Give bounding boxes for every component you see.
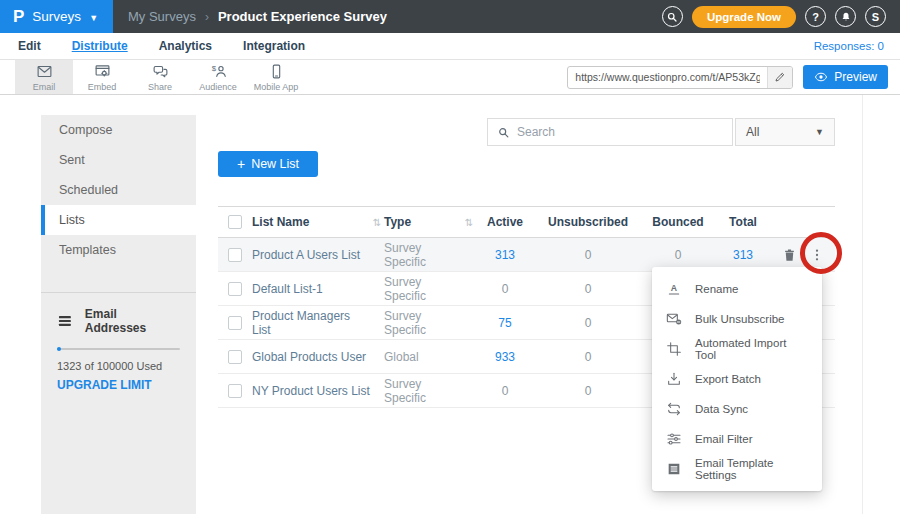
list-name-cell: Product Managers List — [252, 309, 370, 337]
tab-integration[interactable]: Integration — [243, 39, 305, 53]
active-count-cell: 0 — [476, 282, 534, 296]
row-checkbox-cell — [218, 248, 252, 262]
notifications-button[interactable] — [835, 6, 856, 27]
sidebar-item-compose[interactable]: Compose — [41, 115, 196, 145]
row-checkbox-cell — [218, 384, 252, 398]
list-filter-dropdown[interactable]: All ▼ — [735, 118, 835, 146]
list-name-link[interactable]: Default List-1 — [252, 282, 323, 296]
survey-url-input[interactable] — [568, 71, 767, 83]
product-switcher[interactable]: P Surveys ▼ — [0, 0, 113, 33]
usage-text: 1323 of 100000 Used — [57, 360, 180, 372]
list-name-cell: Default List-1 — [252, 282, 370, 296]
sort-icon[interactable]: ⇅ — [370, 217, 384, 228]
new-list-button[interactable]: + New List — [218, 151, 318, 177]
select-all-checkbox[interactable] — [228, 215, 242, 229]
menu-item-data-sync[interactable]: Data Sync — [652, 394, 822, 424]
row-checkbox[interactable] — [228, 248, 242, 262]
user-avatar[interactable]: S — [865, 6, 886, 27]
table-header-row: List Name⇅Type⇅ActiveUnsubscribedBounced… — [218, 207, 835, 238]
menu-item-bulk-unsubscribe[interactable]: Bulk Unsubscribe — [652, 304, 822, 334]
tab-analytics[interactable]: Analytics — [159, 39, 212, 53]
unsubscribed-count-cell: 0 — [534, 316, 642, 330]
row-checkbox[interactable] — [228, 282, 242, 296]
survey-tabs: EditDistributeAnalyticsIntegration — [18, 39, 305, 53]
list-type-cell: Survey Specific — [384, 377, 462, 405]
top-header-bar: P Surveys ▼ My Surveys › Product Experie… — [0, 0, 900, 33]
sort-icon[interactable]: ⇅ — [462, 217, 476, 228]
unsubscribed-count-cell: 0 — [534, 350, 642, 364]
upgrade-limit-link[interactable]: UPGRADE LIMIT — [57, 378, 180, 392]
row-checkbox-cell — [218, 282, 252, 296]
embed-icon — [94, 63, 111, 80]
search-button[interactable] — [662, 6, 683, 27]
help-button[interactable]: ? — [805, 6, 826, 27]
edit-url-button[interactable] — [767, 67, 792, 88]
channel-label: Share — [148, 82, 172, 92]
row-checkbox-cell — [218, 316, 252, 330]
list-name-cell: NY Product Users List — [252, 384, 370, 398]
menu-item-label: Email Template Settings — [695, 457, 808, 481]
sidebar-item-scheduled[interactable]: Scheduled — [41, 175, 196, 205]
sidebar-nav: ComposeSentScheduledListsTemplates — [41, 115, 196, 265]
menu-item-automated-import-tool[interactable]: Automated Import Tool — [652, 334, 822, 364]
column-header-list-name: List Name — [252, 215, 370, 229]
upgrade-now-button[interactable]: Upgrade Now — [692, 6, 796, 28]
active-count-cell: 0 — [476, 384, 534, 398]
list-name-link[interactable]: Global Products User — [252, 350, 366, 364]
row-actions-menu: ARenameBulk UnsubscribeAutomated Import … — [652, 267, 822, 491]
unsubscribed-count: 0 — [585, 384, 592, 398]
unsubscribed-count: 0 — [585, 248, 592, 262]
sidebar-item-sent[interactable]: Sent — [41, 145, 196, 175]
email-sidebar: ComposeSentScheduledListsTemplates Email… — [41, 115, 196, 514]
channel-buttons: EmailEmbedShare$AudienceMobile App — [15, 60, 305, 94]
sidebar-item-lists[interactable]: Lists — [41, 205, 196, 235]
menu-item-email-filter[interactable]: Email Filter — [652, 424, 822, 454]
filter-row: All ▼ — [218, 118, 835, 146]
chevron-down-icon: ▼ — [89, 13, 98, 23]
svg-text:$: $ — [211, 64, 216, 73]
preview-label: Preview — [834, 70, 877, 84]
breadcrumb-my-surveys[interactable]: My Surveys — [128, 9, 196, 24]
new-list-label: New List — [251, 157, 299, 171]
list-type-cell: Survey Specific — [384, 275, 462, 303]
row-checkbox[interactable] — [228, 350, 242, 364]
delete-list-button[interactable] — [782, 247, 797, 263]
responses-count[interactable]: Responses: 0 — [814, 40, 884, 52]
channel-mobile-app[interactable]: Mobile App — [247, 60, 305, 94]
row-checkbox[interactable] — [228, 384, 242, 398]
bell-icon — [840, 11, 852, 23]
list-name-cell: Product A Users List — [252, 248, 370, 262]
active-count-cell: 75 — [476, 316, 534, 330]
active-count: 0 — [502, 282, 509, 296]
channel-embed[interactable]: Embed — [73, 60, 131, 94]
sidebar-item-templates[interactable]: Templates — [41, 235, 196, 265]
filter-value: All — [746, 125, 759, 139]
questionpro-logo-icon: P — [13, 8, 24, 25]
search-input[interactable] — [517, 125, 723, 139]
menu-item-rename[interactable]: ARename — [652, 274, 822, 304]
email-addresses-title: Email Addresses — [85, 307, 180, 335]
list-name-link[interactable]: Product Managers List — [252, 309, 350, 337]
total-count-cell: 313 — [714, 248, 772, 262]
tab-distribute[interactable]: Distribute — [72, 39, 128, 53]
column-header-bounced: Bounced — [642, 215, 714, 229]
email-filter-icon — [666, 431, 682, 447]
menu-item-export-batch[interactable]: Export Batch — [652, 364, 822, 394]
tab-edit[interactable]: Edit — [18, 39, 41, 53]
chevron-down-icon: ▼ — [815, 127, 824, 137]
usage-progress-bar — [57, 348, 180, 350]
total-count: 313 — [733, 248, 753, 262]
menu-item-email-template-settings[interactable]: Email Template Settings — [652, 454, 822, 484]
active-count: 0 — [502, 384, 509, 398]
product-menu-label: Surveys — [32, 9, 81, 24]
list-name-link[interactable]: NY Product Users List — [252, 384, 370, 398]
channel-share[interactable]: Share — [131, 60, 189, 94]
menu-item-label: Email Filter — [695, 433, 753, 445]
channel-email[interactable]: Email — [15, 60, 73, 94]
channel-audience[interactable]: $Audience — [189, 60, 247, 94]
channel-label: Email — [33, 82, 56, 92]
active-count: 75 — [498, 316, 511, 330]
row-checkbox[interactable] — [228, 316, 242, 330]
preview-button[interactable]: Preview — [803, 65, 888, 89]
list-name-link[interactable]: Product A Users List — [252, 248, 360, 262]
